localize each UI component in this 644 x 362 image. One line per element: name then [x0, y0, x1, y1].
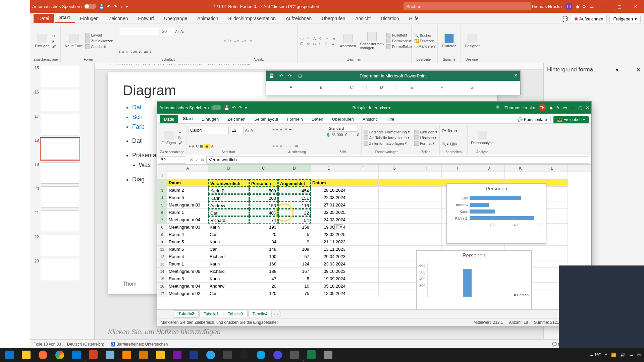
designer-button[interactable]: Designer [464, 33, 481, 49]
telegram-icon[interactable] [203, 349, 219, 361]
select-button[interactable]: ▭Markieren [414, 44, 435, 49]
fill-color-icon[interactable]: ◉ [204, 144, 210, 148]
enter-icon[interactable]: ✓ [195, 157, 199, 162]
find-button[interactable]: 🔍Suchen [414, 34, 435, 38]
tab-hilfe[interactable]: Hilfe [405, 14, 423, 23]
user-avatar[interactable]: TH [565, 3, 573, 10]
undo-icon[interactable]: ↶ [107, 4, 111, 9]
sheet-tab-tabelle3[interactable]: Tabelle3 [224, 311, 248, 317]
minimize-button[interactable]: — [571, 105, 575, 110]
tab-datei[interactable]: Datei [34, 14, 54, 23]
start-button[interactable] [1, 349, 17, 361]
char-spacing-icon[interactable]: AV [138, 50, 143, 54]
borders-icon[interactable]: ⊞ [200, 144, 203, 148]
bold-button[interactable]: F [189, 144, 191, 148]
insert-cells-button[interactable]: Einfügen ▾ [414, 130, 437, 134]
sync-icon[interactable]: ⟳ [583, 4, 586, 9]
copy-icon[interactable]: ⎘ [52, 39, 56, 43]
window-mode-icon[interactable]: ▭ [590, 4, 594, 9]
app-icon[interactable] [320, 349, 336, 361]
italic-button[interactable]: K [122, 50, 125, 54]
dictate-button[interactable]: Diktieren [440, 33, 458, 49]
cell-styles-button[interactable]: Zellenformatvorlagen ▾ [364, 141, 410, 146]
sort-filter-icon[interactable]: ⇅▾ [447, 129, 452, 133]
outdent-icon[interactable]: ←≡ [241, 39, 246, 43]
fill-down-icon[interactable]: ↓▾ [454, 129, 458, 133]
autosave-toggle[interactable] [211, 105, 221, 110]
undo-icon[interactable]: ↶ [232, 105, 236, 110]
shrink-font-icon[interactable]: A↓ [251, 128, 255, 132]
tab-einfuegen[interactable]: Einfügen [75, 14, 103, 23]
tab-formeln[interactable]: Formeln [283, 115, 307, 123]
tab-animation[interactable]: Animation [193, 14, 223, 23]
app-icon[interactable] [136, 349, 152, 361]
painter-icon[interactable]: 🖌 [178, 141, 182, 145]
windows-taskbar[interactable]: ☁ 1°C ^ 📶 🔊 ☁ ✉ [0, 348, 644, 362]
paste-button[interactable]: Einfügen [160, 130, 177, 145]
tab-ansicht[interactable]: Ansicht [351, 14, 375, 23]
bullets-icon[interactable]: ∙≡ [223, 39, 226, 43]
chart-data-window[interactable]: 💾 ↶ ↷ ⊞ Diagramm in Microsoft PowerPoint… [266, 70, 521, 95]
tab-seitenlayout[interactable]: Seitenlayout [250, 115, 282, 123]
arrange-button[interactable]: Anordnen [339, 33, 358, 49]
autosave-toggle[interactable] [84, 4, 96, 9]
font-name-box[interactable] [119, 28, 159, 35]
new-slide-button[interactable]: Neue Folie [63, 33, 84, 49]
volume-icon[interactable]: 🔊 [620, 353, 625, 357]
tab-start[interactable]: Start [179, 114, 197, 123]
tab-ansicht[interactable]: Ansicht [359, 115, 381, 123]
decrease-font-icon[interactable]: A↓ [180, 30, 184, 34]
section-button[interactable]: Abschnitt [85, 44, 113, 49]
close-button[interactable]: ✕ [629, 0, 642, 13]
embedded-chart-vbar[interactable]: Personen 600 500 400 300 ■ Person [416, 250, 532, 309]
embedded-chart-hbar[interactable]: Personen Carl Andrew Karin Karin B. 0200… [446, 183, 546, 244]
tab-zeichnen[interactable]: Zeichnen [104, 14, 133, 23]
font-size-box[interactable] [161, 28, 174, 35]
app-icon[interactable] [219, 349, 235, 361]
search-input[interactable] [404, 2, 531, 10]
align-left-icon[interactable]: ≡ [272, 144, 274, 148]
formula-input[interactable] [206, 156, 589, 164]
grid-icon[interactable]: ⊞ [298, 73, 302, 78]
qat-dropdown[interactable]: ▾ [126, 4, 128, 9]
reset-button[interactable]: Zurücksetzen [85, 39, 113, 43]
pane-expand-icon[interactable]: ▾ [616, 67, 619, 73]
close-icon[interactable]: ✕ [514, 73, 518, 78]
redo-icon[interactable]: ↷ [288, 73, 292, 78]
app-icon[interactable] [253, 349, 269, 361]
tray-chevron-icon[interactable]: ^ [605, 353, 607, 357]
obs-icon[interactable] [236, 349, 252, 361]
shapes-gallery[interactable]: ▭○△◇→↘ ⬡☆⬭{}≡ [300, 36, 337, 46]
font-size-box[interactable] [230, 127, 244, 134]
name-box[interactable] [159, 156, 186, 164]
dec-inc-icon[interactable]: .0→ [344, 133, 351, 137]
app-icon[interactable] [152, 349, 168, 361]
underline-button[interactable]: U [196, 144, 199, 148]
sheet-tab-tabelle1[interactable]: Tabelle1 [199, 311, 223, 317]
share-button[interactable]: 📤 Freigeben ▾ [553, 116, 589, 123]
onenote-icon[interactable] [169, 349, 185, 361]
cond-format-button[interactable]: Bedingte Formatierung ▾ [364, 130, 410, 134]
selected-thumbnail[interactable]: 18 [31, 137, 94, 161]
minimize-button[interactable]: — [597, 0, 610, 13]
delete-cells-button[interactable]: Löschen ▾ [414, 135, 437, 140]
layout-button[interactable]: Layout [85, 33, 113, 38]
italic-button[interactable]: K [192, 144, 195, 148]
font-name-box[interactable] [189, 127, 229, 134]
tab-zeichnen[interactable]: Zeichnen [223, 115, 249, 123]
fx-icon[interactable]: fx [201, 157, 204, 162]
chrome-icon[interactable] [52, 349, 68, 361]
settings-icon[interactable] [286, 349, 303, 361]
firefox-icon[interactable] [35, 349, 51, 361]
app-icon[interactable] [102, 349, 118, 361]
cancel-icon[interactable]: ✕ [190, 157, 193, 162]
format-painter-icon[interactable]: 🖌 [52, 44, 56, 48]
onedrive-icon[interactable]: ☁ [629, 353, 633, 357]
slideshow-from-start-icon[interactable]: ▷ [120, 4, 123, 9]
align-top-icon[interactable]: ≡ [272, 127, 274, 131]
font-color-icon[interactable]: A [211, 144, 213, 148]
shape-effects-button[interactable]: Formeffekte [386, 44, 412, 49]
diamond-icon[interactable]: ◆ [576, 4, 579, 9]
grow-font-icon[interactable]: A↑ [245, 128, 249, 132]
comments-icon[interactable]: 💬 [561, 16, 568, 22]
